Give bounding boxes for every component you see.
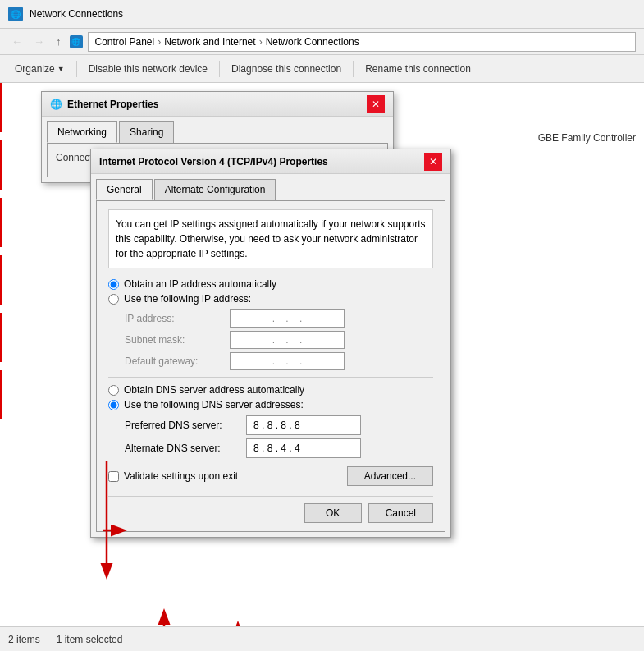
toolbar-separator-2 <box>219 61 220 77</box>
use-ip-radio[interactable] <box>108 294 119 305</box>
rename-button[interactable]: Rename this connection <box>359 60 477 78</box>
alternate-dns-label: Alternate DNS server: <box>125 442 240 454</box>
tcp-ipv4-dialog: Internet Protocol Version 4 (TCP/IPv4) P… <box>90 149 451 538</box>
tcp-dialog-titlebar: Internet Protocol Version 4 (TCP/IPv4) P… <box>91 149 450 174</box>
address-bar: ← → ↑ 🌐 Control Panel › Network and Inte… <box>0 29 644 55</box>
default-gateway-input[interactable]: . . . <box>230 352 345 370</box>
side-decoration-1 <box>0 83 2 132</box>
ethernet-close-button[interactable]: ✕ <box>367 95 385 113</box>
ethernet-tabs: Networking Sharing <box>42 117 393 143</box>
title-bar-title: Network Connections <box>30 8 123 20</box>
side-decoration-4 <box>0 255 2 305</box>
subnet-mask-input[interactable]: . . . <box>230 331 345 349</box>
use-dns-radio-label[interactable]: Use the following DNS server addresses: <box>108 399 433 410</box>
obtain-dns-radio-label[interactable]: Obtain DNS server address automatically <box>108 384 433 396</box>
main-content-area: GBE Family Controller 🌐 Ethernet Propert… <box>0 83 644 626</box>
main-window: 🌐 Network Connections ← → ↑ 🌐 Control Pa… <box>0 0 644 626</box>
tab-alternate-config[interactable]: Alternate Configuration <box>154 179 276 200</box>
subnet-mask-label: Subnet mask: <box>125 334 223 346</box>
use-ip-radio-label[interactable]: Use the following IP address: <box>108 293 433 305</box>
toolbar-separator-1 <box>76 61 77 77</box>
obtain-ip-radio-label[interactable]: Obtain an IP address automatically <box>108 278 433 290</box>
tcp-close-button[interactable]: ✕ <box>424 153 442 171</box>
disable-network-button[interactable]: Disable this network device <box>82 60 214 78</box>
organize-button[interactable]: Organize ▼ <box>8 60 71 78</box>
address-icon: 🌐 <box>70 35 83 48</box>
path-sep-1: › <box>158 36 161 48</box>
tab-general[interactable]: General <box>96 179 153 200</box>
toolbar: Organize ▼ Disable this network device D… <box>0 55 644 83</box>
tcp-tabs: General Alternate Configuration <box>91 174 450 200</box>
ip-fields-group: IP address: . . . Subnet mask: . . . Def <box>125 309 433 370</box>
ethernet-icon: 🌐 <box>50 99 62 110</box>
status-bar: 2 items 1 item selected <box>0 626 644 651</box>
advanced-button[interactable]: Advanced... <box>347 466 433 486</box>
dns-fields-group: Preferred DNS server: 8 . 8 . 8 . 8 Alte… <box>125 415 433 458</box>
subnet-dots: . . . <box>272 334 303 346</box>
toolbar-separator-3 <box>353 61 354 77</box>
gbe-label: GBE Family Controller <box>538 132 636 144</box>
dns-section: Obtain DNS server address automatically … <box>108 384 433 458</box>
items-count: 2 items <box>8 634 40 645</box>
separator <box>108 377 433 378</box>
validate-row: Validate settings upon exit Advanced... <box>108 466 433 486</box>
side-decoration-3 <box>0 198 2 247</box>
ethernet-dialog-titlebar: 🌐 Ethernet Properties ✕ <box>42 92 393 117</box>
tcp-dialog-title: Internet Protocol Version 4 (TCP/IPv4) P… <box>99 156 328 167</box>
dns-radio-group: Obtain DNS server address automatically … <box>108 384 433 410</box>
alternate-dns-value: 8 . 8 . 4 . 4 <box>253 442 300 454</box>
forward-button[interactable]: → <box>30 34 48 49</box>
preferred-dns-input[interactable]: 8 . 8 . 8 . 8 <box>246 415 361 435</box>
title-bar: 🌐 Network Connections <box>0 0 644 29</box>
path-control-panel[interactable]: Control Panel <box>95 36 155 48</box>
ok-button[interactable]: OK <box>304 503 362 523</box>
path-sep-2: › <box>259 36 263 48</box>
selected-count: 1 item selected <box>57 634 123 645</box>
default-gateway-label: Default gateway: <box>125 355 223 367</box>
alternate-dns-input[interactable]: 8 . 8 . 4 . 4 <box>246 438 361 458</box>
tcp-dialog-content: You can get IP settings assigned automat… <box>96 200 445 532</box>
obtain-dns-radio[interactable] <box>108 385 119 396</box>
side-decoration-5 <box>0 313 2 362</box>
side-decoration-2 <box>0 140 2 190</box>
ip-address-input[interactable]: . . . <box>230 309 345 328</box>
preferred-dns-row: Preferred DNS server: 8 . 8 . 8 . 8 <box>125 415 433 435</box>
preferred-dns-label: Preferred DNS server: <box>125 419 240 431</box>
path-network-connections[interactable]: Network Connections <box>266 36 359 48</box>
back-button[interactable]: ← <box>8 34 25 49</box>
ip-address-dots: . . . <box>272 313 303 324</box>
title-bar-icon: 🌐 <box>8 7 23 21</box>
ip-address-row: IP address: . . . <box>125 309 433 328</box>
path-network-internet[interactable]: Network and Internet <box>164 36 255 48</box>
up-button[interactable]: ↑ <box>53 34 65 49</box>
ip-address-label: IP address: <box>125 313 223 324</box>
validate-label: Validate settings upon exit <box>124 470 238 482</box>
alternate-dns-row: Alternate DNS server: 8 . 8 . 4 . 4 <box>125 438 433 458</box>
validate-checkbox[interactable] <box>108 471 119 482</box>
ip-radio-group: Obtain an IP address automatically Use t… <box>108 278 433 305</box>
address-path: Control Panel › Network and Internet › N… <box>88 32 637 52</box>
diagnose-button[interactable]: Diagnose this connection <box>225 60 348 78</box>
tcp-description: You can get IP settings assigned automat… <box>108 209 433 268</box>
obtain-ip-radio[interactable] <box>108 279 119 290</box>
cancel-button[interactable]: Cancel <box>368 503 433 523</box>
default-gateway-row: Default gateway: . . . <box>125 352 433 370</box>
preferred-dns-value: 8 . 8 . 8 . 8 <box>253 419 300 431</box>
tab-networking[interactable]: Networking <box>47 121 117 143</box>
subnet-mask-row: Subnet mask: . . . <box>125 331 433 349</box>
tcp-dialog-buttons: OK Cancel <box>108 496 433 523</box>
tab-sharing[interactable]: Sharing <box>119 121 174 143</box>
gateway-dots: . . . <box>272 355 303 367</box>
side-decoration-6 <box>0 370 2 419</box>
organize-arrow-icon: ▼ <box>57 65 65 73</box>
use-dns-radio[interactable] <box>108 400 119 410</box>
ethernet-dialog-title: Ethernet Properties <box>67 99 158 110</box>
